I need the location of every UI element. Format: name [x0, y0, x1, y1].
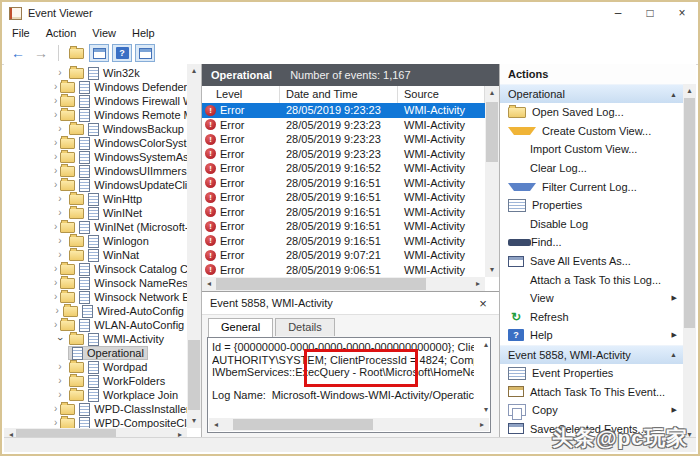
tree-item[interactable]: › Win32k	[4, 66, 187, 80]
action-item[interactable]: Import Custom View... ▶	[500, 140, 683, 159]
action-item[interactable]: Disable Log ▶	[500, 215, 683, 234]
scroll-right-icon[interactable]: ▸	[471, 277, 485, 291]
tree-item[interactable]: › WindowsUpdateClient	[4, 178, 187, 192]
scrollbar-thumb[interactable]	[188, 340, 200, 410]
scroll-up-icon[interactable]: ▴	[485, 86, 499, 100]
scroll-up-icon[interactable]: ▴	[187, 64, 201, 78]
action-item[interactable]: Attach Task To This Event... ▶	[500, 382, 683, 401]
collapse-icon[interactable]: ▲	[670, 351, 677, 358]
scroll-down-icon[interactable]: ▾	[485, 263, 499, 277]
table-horizontal-scrollbar[interactable]: ◂ ▸	[202, 277, 485, 291]
collapse-icon[interactable]: ▲	[670, 91, 677, 98]
menu-item[interactable]: View	[84, 24, 124, 42]
detail-horizontal-scrollbar[interactable]: ◂ ▸	[209, 418, 489, 431]
minimize-button[interactable]: –	[602, 3, 634, 24]
tree-item[interactable]: › Winsock Catalog Change	[4, 262, 187, 276]
tree-item[interactable]: › Wordpad	[4, 360, 187, 374]
action-item[interactable]: Save All Events As... ▶	[500, 252, 683, 271]
action-item[interactable]: View ▶	[500, 289, 683, 308]
tree-item[interactable]: › Winsock NameResolution	[4, 276, 187, 290]
table-row[interactable]: !Error 28/05/2019 9:16:52 WMI-Activity	[202, 161, 485, 176]
table-row[interactable]: !Error 28/05/2019 9:23:23 WMI-Activity	[202, 147, 485, 162]
chevron-icon[interactable]: ›	[54, 333, 66, 345]
table-row[interactable]: !Error 28/05/2019 9:07:21 WMI-Activity	[202, 248, 485, 263]
action-item[interactable]: Clear Log... ▶	[500, 159, 683, 178]
chevron-icon[interactable]: ›	[54, 207, 66, 219]
tree-vertical-scrollbar[interactable]: ▴ ▾	[187, 64, 201, 428]
tree-item[interactable]: › Windows Remote Manage	[4, 108, 187, 122]
chevron-icon[interactable]: ›	[54, 389, 66, 401]
console-window-icon[interactable]	[89, 44, 109, 62]
tree-item[interactable]: › WPD-CompositeClassDriv	[4, 416, 187, 428]
close-icon[interactable]: ×	[475, 296, 491, 311]
table-row[interactable]: !Error 28/05/2019 9:06:51 WMI-Activity	[202, 263, 485, 278]
actions-section-header[interactable]: Event 5858, WMI-Activity ▲	[500, 345, 683, 364]
forward-icon[interactable]: →	[31, 44, 51, 62]
console-properties-icon[interactable]	[135, 44, 155, 62]
scrollbar-thumb[interactable]	[486, 102, 498, 162]
action-item[interactable]: Copy ▶	[500, 401, 683, 420]
action-item[interactable]: Filter Current Log... ▶	[500, 177, 683, 196]
action-item[interactable]: Attach a Task To this Log... ▶	[500, 270, 683, 289]
actions-vertical-scrollbar[interactable]: ▴ ▾	[683, 84, 696, 442]
tree-item[interactable]: › WinNat	[4, 248, 187, 262]
maximize-button[interactable]: □	[634, 3, 666, 24]
menu-item[interactable]: Help	[124, 24, 163, 42]
close-button[interactable]: ×	[666, 3, 698, 24]
tree-item[interactable]: › WLAN-AutoConfig	[4, 318, 187, 332]
table-vertical-scrollbar[interactable]: ▴ ▾	[485, 86, 499, 277]
chevron-icon[interactable]: ›	[54, 123, 66, 135]
table-row[interactable]: !Error 28/05/2019 9:23:23 WMI-Activity	[202, 118, 485, 133]
tree-item[interactable]: › Wired-AutoConfig	[4, 304, 187, 318]
action-item[interactable]: Save Selected Events... ▶	[500, 420, 683, 439]
action-item[interactable]: Create Custom View... ▶	[500, 122, 683, 141]
chevron-icon[interactable]: ›	[54, 375, 66, 387]
scroll-down-icon[interactable]: ▾	[484, 405, 488, 414]
actions-section-header[interactable]: Operational ▲	[500, 84, 683, 103]
tree-item[interactable]: › Winsock Network Event	[4, 290, 187, 304]
menu-item[interactable]: File	[4, 24, 38, 42]
back-icon[interactable]: ←	[8, 44, 28, 62]
tree-item[interactable]: › Workplace Join	[4, 388, 187, 402]
chevron-icon[interactable]: ›	[54, 361, 66, 373]
table-row[interactable]: !Error 28/05/2019 9:16:51 WMI-Activity	[202, 176, 485, 191]
table-row[interactable]: !Error 28/05/2019 9:16:51 WMI-Activity	[202, 190, 485, 205]
table-row[interactable]: !Error 28/05/2019 9:23:23 WMI-Activity	[202, 132, 485, 147]
column-header-level[interactable]: Level	[202, 86, 280, 103]
menu-item[interactable]: Action	[38, 24, 85, 42]
table-row[interactable]: !Error 28/05/2019 9:16:51 WMI-Activity	[202, 205, 485, 220]
action-item[interactable]: Refresh ▶	[500, 308, 683, 327]
chevron-icon[interactable]: ›	[54, 67, 66, 79]
tab-details[interactable]: Details	[275, 318, 335, 336]
scroll-right-icon[interactable]: ▸	[475, 418, 489, 432]
chevron-icon[interactable]: ›	[54, 235, 66, 247]
tree-item[interactable]: › Windows Defender	[4, 80, 187, 94]
tree-item[interactable]: › Winlogon	[4, 234, 187, 248]
action-item[interactable]: Open Saved Log... ▶	[500, 103, 683, 122]
tree-item[interactable]: › WindowsSystemAssessme	[4, 150, 187, 164]
tree-item[interactable]: › WinINet	[4, 206, 187, 220]
column-header-date[interactable]: Date and Time	[280, 86, 398, 103]
action-item[interactable]: Find... ▶	[500, 233, 683, 252]
tree-item[interactable]: › WorkFolders	[4, 374, 187, 388]
table-row[interactable]: !Error 28/05/2019 9:16:51 WMI-Activity	[202, 219, 485, 234]
scrollbar-thumb[interactable]	[216, 278, 426, 290]
show-console-tree-icon[interactable]	[66, 44, 86, 62]
scroll-left-icon[interactable]: ◂	[209, 418, 223, 432]
tree-item[interactable]: › WinINet (Microsoft-Windo	[4, 220, 187, 234]
table-row[interactable]: !Error 28/05/2019 9:23:23 WMI-Activity	[202, 103, 485, 118]
tree-item[interactable]: › Windows Firewall With Ad	[4, 94, 187, 108]
tree-item[interactable]: › WindowsBackup	[4, 122, 187, 136]
chevron-icon[interactable]: ›	[54, 193, 66, 205]
tree-item[interactable]: › Operational	[4, 346, 187, 360]
scroll-up-icon[interactable]: ▴	[484, 340, 488, 349]
tab-general[interactable]: General	[208, 318, 273, 337]
action-item[interactable]: Properties ▶	[500, 196, 683, 215]
tree-item[interactable]: › WindowsUIImmersive	[4, 164, 187, 178]
column-header-source[interactable]: Source	[398, 86, 485, 103]
action-item[interactable]: Event Properties ▶	[500, 364, 683, 383]
tree-item[interactable]: › WMI-Activity	[4, 332, 187, 346]
scroll-down-icon[interactable]: ▾	[187, 414, 201, 428]
tree-item[interactable]: › WinHttp	[4, 192, 187, 206]
scroll-up-icon[interactable]: ▴	[683, 84, 696, 98]
